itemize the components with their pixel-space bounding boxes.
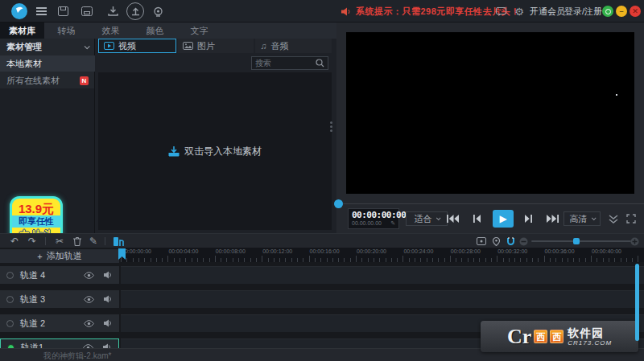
main-tab[interactable]: 转场	[44, 23, 89, 39]
track-visibility-eye-icon[interactable]	[84, 296, 94, 303]
cut-scissors-icon[interactable]: ✂	[53, 234, 66, 248]
media-tab[interactable]: 图片	[178, 39, 254, 53]
vip-button[interactable]: 开通会员	[530, 0, 565, 23]
track-header[interactable]: 轨道 4	[0, 266, 119, 284]
redo-icon[interactable]: ↷	[26, 234, 39, 248]
search-box[interactable]	[251, 56, 328, 70]
track-lane[interactable]	[121, 290, 644, 308]
sidebar: 素材管理 本地素材 所有在线素材 N 13.9元 即享任性 去片头	[0, 39, 95, 233]
material-manage-dropdown[interactable]: 素材管理	[0, 39, 95, 55]
quality-dropdown[interactable]: 高清	[564, 211, 601, 226]
download-icon[interactable]	[106, 0, 119, 23]
fullscreen-icon[interactable]	[625, 211, 638, 227]
timecode-edit-icon[interactable]: ✎	[390, 219, 395, 227]
track-header[interactable]: 轨道 2	[0, 314, 119, 332]
collapse-double-chevron-icon[interactable]	[607, 211, 620, 227]
play-button[interactable]: ▶	[493, 210, 514, 228]
zoom-out-icon[interactable]	[518, 234, 529, 248]
search-input[interactable]	[255, 59, 316, 68]
track-mute-speaker-icon[interactable]	[104, 271, 113, 279]
timeline-ruler[interactable]: 00:00:00:0000:00:04:0000:00:08:0000:00:1…	[121, 248, 644, 262]
previous-frame-button[interactable]	[470, 211, 483, 227]
main-tab[interactable]: 颜色	[133, 23, 177, 39]
timeline-vertical-scrollbar[interactable]	[635, 264, 639, 341]
watermark-logo: Cr 西 西 软件园 CR173.COM	[481, 321, 638, 352]
video-viewport	[346, 32, 634, 194]
sidebar-item-local-material[interactable]: 本地素材	[0, 55, 95, 72]
timeline-toolbar: ↶ ↷ ✂ ✎	[0, 233, 644, 248]
skip-to-start-button[interactable]	[444, 211, 460, 227]
media-tab[interactable]: ♫音频	[255, 39, 332, 53]
track-radio[interactable]	[6, 320, 14, 327]
track-lane[interactable]	[121, 266, 644, 284]
app-logo-icon[interactable]	[10, 0, 28, 23]
marker-pin-icon[interactable]	[489, 234, 502, 248]
media-tab-icon: ♫	[260, 41, 266, 51]
timecode-display[interactable]: 00:00:00:00 00.00.00.00 ✎	[348, 208, 399, 229]
media-tab-label: 音频	[271, 40, 289, 52]
media-tab-label: 图片	[197, 40, 215, 52]
media-tab[interactable]: 视频	[98, 39, 176, 53]
edit-pencil-icon[interactable]: ✎	[87, 234, 100, 248]
promo-price: 13.9元	[12, 202, 60, 215]
menu-icon[interactable]	[35, 0, 47, 23]
seek-bar[interactable]	[336, 203, 644, 204]
magnet-snap-icon[interactable]	[504, 234, 517, 248]
feedback-message-icon[interactable]	[494, 0, 507, 23]
screen-adapt-icon[interactable]	[475, 234, 488, 248]
sidebar-item-online-material[interactable]: 所有在线素材 N	[0, 72, 95, 88]
fit-dropdown[interactable]: 适合	[406, 211, 448, 226]
watermark-name: 软件园	[568, 327, 612, 339]
undo-icon[interactable]: ↶	[8, 234, 21, 248]
watermark-site: CR173.COM	[568, 339, 612, 347]
zoom-slider-handle[interactable]	[573, 238, 580, 244]
service-button[interactable]	[602, 6, 613, 17]
app-window: 系统提示：只需298元即享任性去片头！ ⚙ 开通会员 登录/注册 – ✕ 素材库…	[0, 0, 644, 361]
track-radio[interactable]	[6, 296, 14, 303]
ruler-label: 00:00:24:00	[403, 248, 433, 254]
alert-speaker-icon	[341, 7, 351, 16]
delete-trash-icon[interactable]	[71, 234, 84, 248]
watermark-tile2: 西	[550, 330, 564, 343]
ruler-label: 00:00:20:00	[357, 248, 386, 254]
main-tab[interactable]: 效果	[89, 23, 133, 39]
titlebar: 系统提示：只需298元即享任性去片头！ ⚙ 开通会员 登录/注册 – ✕	[0, 0, 644, 23]
watermark-tile1: 西	[534, 330, 547, 343]
publish-upload-icon[interactable]	[126, 0, 145, 23]
ruler-label: 00:00:00:00	[122, 248, 151, 254]
login-register-button[interactable]: 登录/注册	[564, 0, 602, 23]
ruler-label: 00:00:08:00	[216, 248, 246, 254]
track-mute-speaker-icon[interactable]	[104, 319, 113, 327]
close-button[interactable]: ✕	[630, 6, 641, 17]
local-material-label: 本地素材	[6, 58, 42, 70]
save-project-icon[interactable]	[56, 0, 69, 23]
next-frame-button[interactable]	[522, 211, 535, 227]
seek-handle[interactable]	[334, 199, 343, 208]
zoom-in-icon[interactable]	[629, 234, 640, 248]
minimize-button[interactable]: –	[616, 6, 627, 17]
track-radio[interactable]	[6, 272, 14, 279]
track-visibility-eye-icon[interactable]	[84, 320, 94, 327]
media-type-tabs: 视频图片♫音频	[98, 39, 332, 53]
track-label: 轨道 2	[20, 318, 45, 330]
timecode-duration: 00.00.00.00	[352, 219, 382, 227]
record-icon[interactable]	[151, 0, 164, 23]
main-tab[interactable]: 文字	[177, 23, 221, 39]
import-download-icon	[168, 146, 180, 157]
timeline-zoom-slider[interactable]	[531, 240, 631, 242]
main-tab[interactable]: 素材库	[0, 23, 44, 39]
skip-to-end-button[interactable]	[544, 211, 560, 227]
add-track-button[interactable]: + 添加轨道	[0, 249, 119, 263]
panel-resize-gripper[interactable]	[329, 119, 332, 133]
track-header[interactable]: 轨道 3	[0, 290, 119, 308]
export-file-icon[interactable]	[80, 0, 93, 23]
ruler-label: 00:00:40:00	[592, 248, 621, 254]
track-visibility-eye-icon[interactable]	[84, 272, 94, 279]
quality-label: 高清	[570, 213, 588, 225]
import-drop-area[interactable]: 双击导入本地素材	[98, 72, 332, 230]
settings-gear-icon[interactable]: ⚙	[513, 0, 526, 23]
preview-panel: 00:00:00:00 00.00.00.00 ✎ 适合 ▶ 高清	[336, 23, 644, 233]
track-mute-speaker-icon[interactable]	[104, 295, 113, 303]
search-icon[interactable]	[316, 59, 324, 68]
subtitle-tool-icon[interactable]	[111, 234, 126, 248]
